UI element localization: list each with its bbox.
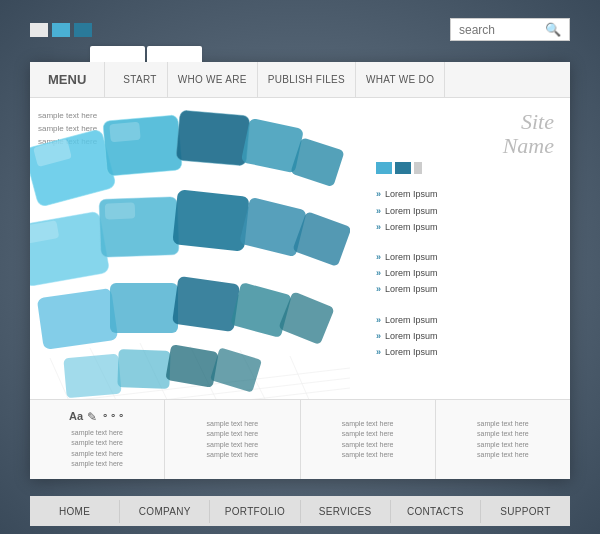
chevron-icon: » [376, 344, 381, 360]
footer-item-contacts[interactable]: CONTACTS [391, 500, 481, 523]
chevron-icon: » [376, 328, 381, 344]
svg-rect-36 [105, 202, 136, 219]
square-blue2 [74, 23, 92, 37]
menu-text: Lorem Ipsum [385, 281, 438, 297]
svg-rect-31 [165, 344, 219, 388]
svg-rect-13 [176, 110, 250, 166]
menu-text: Lorem Ipsum [385, 312, 438, 328]
top-bar: 🔍 [0, 18, 600, 41]
thumb-text-2: sample text heresample text heresample t… [207, 419, 259, 461]
svg-rect-34 [109, 122, 140, 143]
site-sq3 [414, 162, 422, 174]
thumb-icons: Aa ✎ ⚬⚬⚬ [69, 410, 125, 424]
font-icon: Aa [69, 410, 83, 424]
menu-item-3-2[interactable]: » Lorem Ipsum [376, 328, 554, 344]
nav-items: START WHO WE ARE PUBLISH FILES WHAT WE D… [113, 62, 445, 97]
menu-text: Lorem Ipsum [385, 186, 438, 202]
svg-rect-21 [172, 189, 249, 251]
square-white [30, 23, 48, 37]
nav-item-who[interactable]: WHO WE ARE [168, 62, 258, 97]
chevron-icon: » [376, 203, 381, 219]
footer-item-services[interactable]: SERVICES [301, 500, 391, 523]
search-input[interactable] [459, 23, 539, 37]
svg-rect-32 [210, 347, 262, 392]
footer-item-portfolio[interactable]: PORTFOLIO [210, 500, 300, 523]
main-card: MENU START WHO WE ARE PUBLISH FILES WHAT… [30, 62, 570, 479]
chevron-icon: » [376, 312, 381, 328]
chevron-icon: » [376, 265, 381, 281]
site-name: Site Name [376, 110, 554, 158]
menu-group-2: » Lorem Ipsum » Lorem Ipsum » Lorem Ipsu… [376, 249, 554, 298]
menu-item-3-3[interactable]: » Lorem Ipsum [376, 344, 554, 360]
menu-item-2-3[interactable]: » Lorem Ipsum [376, 281, 554, 297]
chevron-icon: » [376, 186, 381, 202]
svg-rect-17 [30, 211, 110, 287]
thumb-text-1: sample text heresample text heresample t… [71, 428, 123, 470]
menu-text: Lorem Ipsum [385, 203, 438, 219]
menu-item-3-1[interactable]: » Lorem Ipsum [376, 312, 554, 328]
menu-text: Lorem Ipsum [385, 265, 438, 281]
menu-text: Lorem Ipsum [385, 219, 438, 235]
edit-icon: ✎ [87, 410, 97, 424]
chevron-icon: » [376, 281, 381, 297]
network-icon: ⚬⚬⚬ [101, 410, 125, 424]
menu-text: Lorem Ipsum [385, 344, 438, 360]
menu-label: MENU [30, 62, 105, 97]
thumb-text-4: sample text heresample text heresample t… [477, 419, 529, 461]
nav-bar: MENU START WHO WE ARE PUBLISH FILES WHAT… [30, 62, 570, 98]
footer-item-company[interactable]: COMPANY [120, 500, 210, 523]
site-sq1 [376, 162, 392, 174]
menu-text: Lorem Ipsum [385, 328, 438, 344]
site-squares [376, 162, 554, 174]
menu-item-1-1[interactable]: » Lorem Ipsum [376, 186, 554, 202]
menu-item-2-2[interactable]: » Lorem Ipsum [376, 265, 554, 281]
chevron-icon: » [376, 249, 381, 265]
footer-item-support[interactable]: SUPPORT [481, 500, 570, 523]
site-name-line2: Name [376, 134, 554, 158]
thumb-item-1: Aa ✎ ⚬⚬⚬ sample text heresample text her… [30, 400, 165, 479]
svg-rect-26 [172, 276, 240, 332]
bottom-row: Aa ✎ ⚬⚬⚬ sample text heresample text her… [30, 399, 570, 479]
search-icon: 🔍 [545, 22, 561, 37]
thumb-item-4: sample text heresample text heresample t… [436, 400, 570, 479]
chevron-icon: » [376, 219, 381, 235]
shape-area [30, 98, 350, 399]
svg-rect-24 [37, 288, 119, 350]
menu-item-1-3[interactable]: » Lorem Ipsum [376, 219, 554, 235]
color-squares [30, 23, 92, 37]
nav-item-start[interactable]: START [113, 62, 167, 97]
svg-rect-29 [63, 354, 121, 399]
thumb-item-3: sample text heresample text heresample t… [301, 400, 436, 479]
search-box[interactable]: 🔍 [450, 18, 570, 41]
footer-item-home[interactable]: HOME [30, 500, 120, 523]
right-panel: Site Name » Lorem Ipsum » Lorem Ipsum » … [360, 98, 570, 399]
menu-group-3: » Lorem Ipsum » Lorem Ipsum » Lorem Ipsu… [376, 312, 554, 361]
site-sq2 [395, 162, 411, 174]
footer-nav: HOME COMPANY PORTFOLIO SERVICES CONTACTS… [30, 496, 570, 526]
square-blue1 [52, 23, 70, 37]
svg-rect-25 [110, 283, 178, 333]
menu-group-1: » Lorem Ipsum » Lorem Ipsum » Lorem Ipsu… [376, 186, 554, 235]
svg-rect-30 [117, 349, 170, 389]
menu-text: Lorem Ipsum [385, 249, 438, 265]
tiles-svg [30, 98, 350, 399]
svg-rect-9 [30, 129, 116, 208]
menu-item-1-2[interactable]: » Lorem Ipsum [376, 203, 554, 219]
nav-item-publish[interactable]: PUBLISH FILES [258, 62, 356, 97]
thumb-text-3: sample text heresample text heresample t… [342, 419, 394, 461]
site-name-line1: Site [376, 110, 554, 134]
nav-item-what[interactable]: WHAT WE DO [356, 62, 445, 97]
thumb-item-2: sample text heresample text heresample t… [165, 400, 300, 479]
menu-item-2-1[interactable]: » Lorem Ipsum [376, 249, 554, 265]
